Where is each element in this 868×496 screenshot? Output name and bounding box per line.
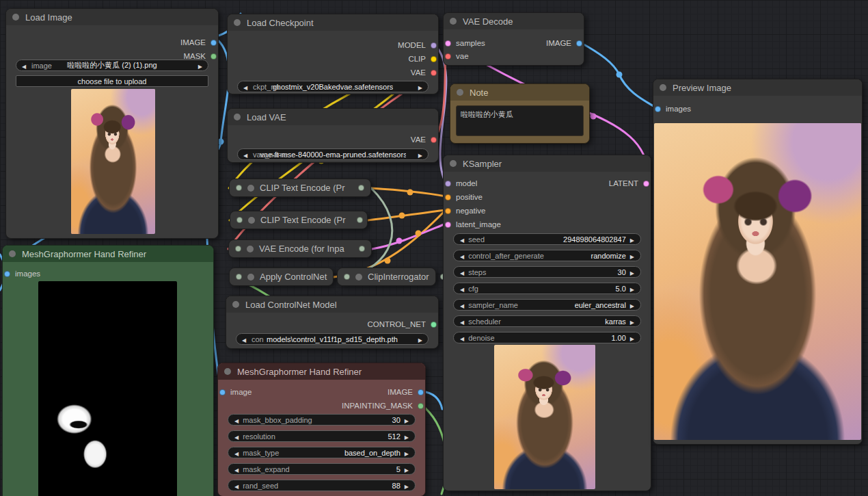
combo-next-icon[interactable] — [198, 62, 202, 70]
output-slot-inpainting-mask[interactable]: INPAINTING_MASK — [342, 401, 424, 410]
decrement-icon[interactable] — [460, 301, 464, 309]
output-slot-image[interactable]: IMAGE — [180, 38, 217, 47]
vae-slot-dot-icon[interactable] — [431, 137, 437, 143]
sampler-name-widget[interactable]: sampler_name euler_ancestral — [453, 299, 641, 311]
decrement-icon[interactable] — [460, 235, 464, 244]
decrement-icon[interactable] — [234, 482, 239, 490]
node-load-image[interactable]: Load Image IMAGE MASK image 啦啦啦的小黄瓜 (2) … — [5, 8, 219, 239]
scheduler-widget[interactable]: scheduler karras — [453, 315, 641, 327]
combo-prev-icon[interactable] — [243, 83, 247, 91]
mask-bbox-padding-widget[interactable]: mask_bbox_padding 30 — [228, 414, 416, 426]
node-title-bar[interactable]: Preview Image — [653, 79, 862, 96]
control-net-slot-dot-icon[interactable] — [431, 322, 437, 328]
input-slot-vae[interactable]: vae — [445, 51, 469, 61]
collapse-dot-icon[interactable] — [457, 89, 463, 96]
decrement-icon[interactable] — [460, 317, 464, 326]
decrement-icon[interactable] — [460, 285, 464, 293]
node-title-bar[interactable]: KSampler — [444, 155, 651, 172]
collapsed-input-dot-icon[interactable] — [235, 246, 241, 252]
collapse-dot-icon[interactable] — [355, 274, 362, 280]
node-note[interactable]: Note 啦啦啦的小黄瓜 — [450, 83, 590, 144]
note-text-area[interactable]: 啦啦啦的小黄瓜 — [456, 105, 584, 136]
input-slot-images[interactable]: images — [4, 269, 40, 278]
collapse-dot-icon[interactable] — [12, 14, 19, 21]
control-after-generate-widget[interactable]: control_after_generate randomize — [453, 250, 641, 261]
decrement-icon[interactable] — [460, 268, 464, 276]
output-slot-latent[interactable]: LATENT — [609, 179, 649, 188]
increment-icon[interactable] — [405, 432, 409, 441]
collapse-dot-icon[interactable] — [450, 160, 457, 167]
combo-prev-icon[interactable] — [243, 151, 247, 159]
image-slot-dot-icon[interactable] — [211, 40, 217, 46]
node-clip-text-encode-1[interactable]: CLIP Text Encode (Pr — [229, 179, 371, 197]
decrement-icon[interactable] — [460, 252, 464, 260]
image-slot-dot-icon[interactable] — [655, 106, 661, 112]
decrement-icon[interactable] — [460, 334, 464, 342]
increment-icon[interactable] — [630, 317, 634, 326]
controlnet-name-combo-widget[interactable]: con models\control_v11f1p_sd15_depth.pth — [236, 333, 429, 345]
combo-next-icon[interactable] — [418, 335, 422, 343]
mask-expand-widget[interactable]: mask_expand 5 — [228, 463, 416, 475]
collapse-dot-icon[interactable] — [247, 274, 254, 280]
increment-icon[interactable] — [630, 301, 634, 309]
collapsed-input-dot-icon[interactable] — [236, 185, 242, 191]
collapse-dot-icon[interactable] — [9, 250, 16, 257]
node-title-bar[interactable]: Note — [450, 84, 589, 101]
collapsed-output-dot-icon[interactable] — [358, 185, 364, 191]
combo-prev-icon[interactable] — [242, 335, 246, 343]
vae-slot-dot-icon[interactable] — [445, 53, 451, 60]
steps-widget[interactable]: steps 30 — [453, 266, 641, 278]
image-slot-dot-icon[interactable] — [219, 389, 226, 395]
node-load-vae[interactable]: Load VAE VAE vae_name vae-ft-mse-840000-… — [227, 108, 439, 163]
node-vae-encode[interactable]: VAE Encode (for Inpa — [228, 239, 372, 258]
image-slot-dot-icon[interactable] — [4, 271, 10, 277]
increment-icon[interactable] — [630, 235, 634, 244]
latent-slot-dot-icon[interactable] — [643, 181, 649, 187]
output-slot-vae[interactable]: VAE — [411, 135, 437, 144]
collapsed-input-dot-icon[interactable] — [236, 274, 242, 280]
image-slot-dot-icon[interactable] — [576, 40, 582, 47]
conditioning-slot-dot-icon[interactable] — [445, 208, 451, 214]
input-slot-negative[interactable]: negative — [445, 206, 485, 216]
rand-seed-widget[interactable]: rand_seed 88 — [228, 480, 416, 491]
combo-next-icon[interactable] — [418, 151, 422, 159]
node-clip-text-encode-2[interactable]: CLIP Text Encode (Pr — [230, 211, 368, 229]
node-mesh-graphormer-hand-refiner[interactable]: MeshGraphormer Hand Refiner image IMAGE … — [217, 363, 426, 496]
output-slot-model[interactable]: MODEL — [398, 40, 437, 50]
collapse-dot-icon[interactable] — [224, 368, 231, 375]
collapsed-output-dot-icon[interactable] — [359, 246, 365, 252]
node-load-controlnet[interactable]: Load ControlNet Model CONTROL_NET con mo… — [226, 296, 439, 349]
output-slot-image[interactable]: IMAGE — [388, 387, 424, 397]
collapse-dot-icon[interactable] — [232, 301, 239, 308]
cfg-widget[interactable]: cfg 5.0 — [453, 283, 641, 294]
model-slot-dot-icon[interactable] — [445, 181, 451, 187]
output-slot-control-net[interactable]: CONTROL_NET — [367, 319, 437, 329]
increment-icon[interactable] — [405, 482, 409, 490]
image-slot-dot-icon[interactable] — [418, 389, 424, 395]
collapsed-output-dot-icon[interactable] — [357, 217, 363, 223]
node-vae-decode[interactable]: VAE Decode samples vae IMAGE — [443, 12, 584, 66]
collapse-dot-icon[interactable] — [247, 185, 254, 192]
node-preview-image[interactable]: Preview Image images — [653, 79, 863, 445]
clip-slot-dot-icon[interactable] — [431, 56, 437, 62]
seed-widget[interactable]: seed 294898064802847 — [453, 233, 641, 245]
node-title-bar[interactable]: MeshGraphormer Hand Refiner — [3, 246, 213, 262]
node-title-bar[interactable]: VAE Decode — [444, 13, 584, 29]
latent-slot-dot-icon[interactable] — [445, 40, 451, 47]
combo-prev-icon[interactable] — [22, 62, 26, 70]
decrement-icon[interactable] — [234, 416, 239, 424]
model-slot-dot-icon[interactable] — [431, 42, 437, 49]
node-ksampler[interactable]: KSampler model positive negative latent_… — [443, 155, 651, 491]
increment-icon[interactable] — [405, 449, 409, 457]
collapse-dot-icon[interactable] — [450, 18, 457, 25]
input-slot-image[interactable]: image — [219, 387, 252, 397]
increment-icon[interactable] — [630, 268, 634, 276]
mask-slot-dot-icon[interactable] — [418, 403, 424, 409]
node-title-bar[interactable]: Load Image — [6, 9, 218, 25]
latent-slot-dot-icon[interactable] — [445, 222, 451, 228]
denoise-widget[interactable]: denoise 1.00 — [453, 332, 641, 343]
increment-icon[interactable] — [630, 334, 634, 342]
mask-slot-dot-icon[interactable] — [211, 53, 217, 60]
input-slot-latent-image[interactable]: latent_image — [445, 220, 501, 229]
collapse-dot-icon[interactable] — [248, 217, 255, 224]
